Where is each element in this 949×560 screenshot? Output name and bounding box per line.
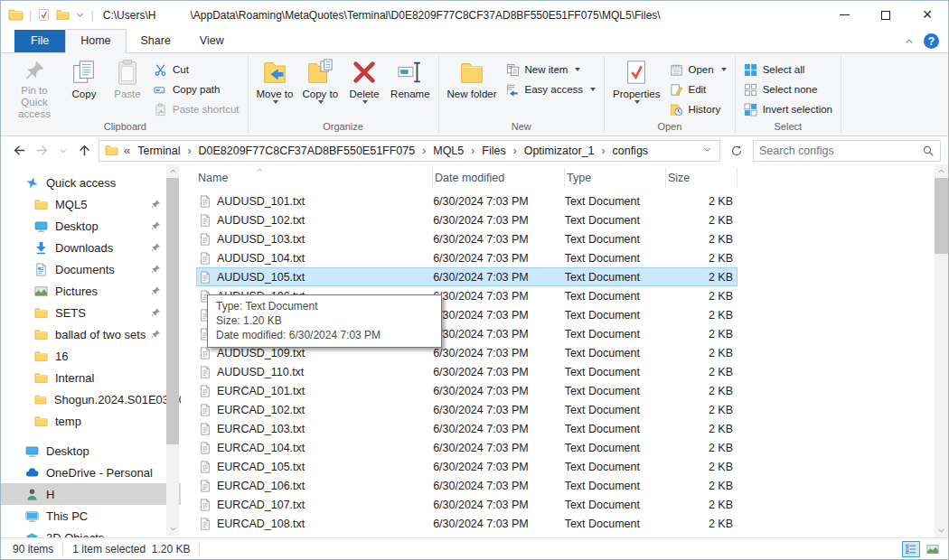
scroll-down-icon[interactable] — [935, 524, 947, 537]
breadcrumb-separator-icon[interactable]: › — [512, 145, 519, 157]
table-row[interactable]: EURCAD_104.txt 6/30/2024 7:03 PM Text Do… — [196, 438, 738, 457]
move-to-button[interactable]: Move to — [252, 55, 298, 104]
sidebar-item-downloads[interactable]: Downloads — [1, 237, 181, 258]
minimize-button[interactable] — [823, 1, 865, 29]
breadcrumb-separator-icon[interactable]: › — [420, 145, 428, 157]
explorer-app-icon[interactable] — [8, 7, 23, 23]
sidebar-item-16[interactable]: 16 — [1, 345, 181, 367]
table-row[interactable]: AUDUSD_104.txt 6/30/2024 7:03 PM Text Do… — [196, 248, 738, 267]
sidebar-item-mql5[interactable]: MQL5 — [1, 193, 181, 215]
cut-button[interactable]: Cut — [149, 60, 244, 79]
refresh-button[interactable] — [726, 140, 747, 162]
up-button[interactable] — [75, 141, 93, 161]
recent-locations-button[interactable] — [57, 141, 70, 161]
scroll-up-icon[interactable] — [935, 164, 947, 178]
breadcrumb-separator-icon[interactable]: › — [469, 145, 476, 157]
maximize-button[interactable] — [865, 1, 907, 29]
close-button[interactable]: × — [907, 1, 948, 29]
thumbnails-view-button[interactable] — [924, 541, 942, 557]
sidebar-item-documents[interactable]: Documents — [1, 258, 181, 280]
breadcrumb-segment[interactable]: MQL5 — [429, 143, 467, 159]
column-header-size[interactable]: Size — [666, 168, 738, 188]
tab-home[interactable]: Home — [65, 29, 126, 53]
sidebar-scroll-thumb[interactable] — [166, 178, 179, 444]
tab-file[interactable]: File — [14, 30, 65, 52]
sidebar-item-onedrive-personal[interactable]: OneDrive - Personal — [1, 462, 181, 483]
title-bar[interactable]: | | C:\Users\H\AppData\Roaming\MetaQuote… — [1, 1, 948, 29]
select-all-button[interactable]: Select all — [739, 60, 837, 79]
new-folder-button[interactable]: New folder — [443, 55, 502, 100]
breadcrumb-segment[interactable]: Files — [478, 143, 509, 159]
table-row[interactable]: AUDUSD_102.txt 6/30/2024 7:03 PM Text Do… — [196, 210, 738, 229]
table-row[interactable]: AUDUSD_105.txt 6/30/2024 7:03 PM Text Do… — [196, 267, 738, 286]
sidebar-item-quick-access[interactable]: Quick access — [1, 172, 181, 193]
table-row[interactable]: EURCAD_107.txt 6/30/2024 7:03 PM Text Do… — [196, 495, 738, 514]
copy-path-button[interactable]: Copy path — [149, 79, 244, 99]
help-button[interactable]: ? — [924, 33, 939, 49]
search-input[interactable] — [759, 145, 918, 157]
sidebar-item-pictures[interactable]: Pictures — [1, 280, 181, 302]
file-list-scrollbar[interactable] — [935, 164, 948, 537]
column-header-type[interactable]: Type — [565, 168, 666, 188]
sidebar-item-shogun-2024-s01e03-108[interactable]: Shogun.2024.S01E03.108 — [1, 388, 181, 410]
breadcrumb-segment[interactable]: Optimizator_1 — [521, 143, 598, 159]
back-button[interactable] — [10, 141, 28, 161]
copy-to-button[interactable]: Copy to — [297, 55, 343, 104]
delete-button[interactable]: Delete — [343, 55, 386, 104]
scroll-down-icon[interactable] — [166, 522, 179, 536]
file-scroll-thumb[interactable] — [935, 178, 948, 254]
invert-selection-button[interactable]: Invert selection — [739, 99, 837, 119]
breadcrumb-collapsed[interactable]: « — [122, 144, 132, 157]
breadcrumb-segment[interactable]: Terminal — [134, 143, 183, 159]
customize-qat-chevron-icon[interactable] — [75, 10, 85, 20]
table-row[interactable]: EURCAD_101.txt 6/30/2024 7:03 PM Text Do… — [196, 381, 738, 400]
sidebar-item-desktop[interactable]: Desktop — [1, 215, 181, 237]
sidebar-item-h[interactable]: H — [1, 483, 181, 505]
open-button[interactable]: Open — [665, 60, 731, 79]
breadcrumb-segment[interactable]: configs — [608, 143, 652, 159]
forward-button[interactable] — [33, 141, 52, 161]
properties-qat-icon[interactable] — [37, 8, 51, 22]
tab-view[interactable]: View — [185, 30, 239, 52]
column-header-date-modified[interactable]: Date modified — [433, 168, 565, 188]
details-view-button[interactable] — [902, 541, 920, 557]
sidebar-item-desktop[interactable]: Desktop — [1, 440, 181, 462]
sidebar-item-this-pc[interactable]: This PC — [1, 505, 181, 527]
tab-share[interactable]: Share — [127, 30, 185, 52]
history-button[interactable]: History — [665, 99, 731, 119]
table-row[interactable]: AUDUSD_101.txt 6/30/2024 7:03 PM Text Do… — [196, 191, 738, 210]
paste-button[interactable]: Paste — [106, 55, 149, 100]
address-dropdown-button[interactable] — [697, 145, 718, 157]
table-row[interactable]: EURCAD_108.txt 6/30/2024 7:03 PM Text Do… — [196, 514, 738, 533]
new-folder-qat-icon[interactable] — [56, 8, 70, 22]
sidebar-item-internal[interactable]: Internal — [1, 367, 181, 388]
sidebar-item-ballad-of-two-sets[interactable]: ballad of two sets — [1, 323, 181, 345]
new-item-button[interactable]: New item — [502, 60, 601, 79]
sidebar-item-sets[interactable]: SETS — [1, 302, 181, 323]
paste-shortcut-button[interactable]: Paste shortcut — [149, 99, 244, 119]
table-row[interactable]: EURCAD_106.txt 6/30/2024 7:03 PM Text Do… — [196, 476, 738, 495]
breadcrumb-segment[interactable]: D0E8209F77C8CF37AD8BF550E51FF075 — [194, 143, 418, 159]
sidebar-item-3d-objects[interactable]: 3D Objects — [1, 527, 181, 537]
edit-button[interactable]: Edit — [665, 79, 731, 99]
address-box[interactable]: « Terminal›D0E8209F77C8CF37AD8BF550E51FF… — [99, 140, 720, 162]
table-row[interactable]: AUDUSD_110.txt 6/30/2024 7:03 PM Text Do… — [196, 362, 738, 381]
rename-button[interactable]: Rename — [386, 55, 434, 100]
breadcrumb-separator-icon[interactable]: › — [599, 145, 606, 157]
collapse-ribbon-icon[interactable] — [904, 36, 915, 47]
scroll-up-icon[interactable] — [166, 164, 179, 178]
properties-button[interactable]: Properties — [608, 55, 664, 104]
column-header-name[interactable]: Name — [196, 168, 433, 188]
pin-to-quick-access-button[interactable]: Pin to Quick access — [6, 55, 62, 120]
table-row[interactable]: EURCAD_102.txt 6/30/2024 7:03 PM Text Do… — [196, 400, 738, 419]
table-row[interactable]: EURCAD_105.txt 6/30/2024 7:03 PM Text Do… — [196, 457, 738, 476]
select-none-button[interactable]: Select none — [739, 79, 837, 99]
table-row[interactable]: EURCAD_103.txt 6/30/2024 7:03 PM Text Do… — [196, 419, 738, 438]
breadcrumb-separator-icon[interactable]: › — [185, 145, 193, 157]
copy-button[interactable]: Copy — [62, 55, 106, 100]
sidebar-item-temp[interactable]: temp — [1, 410, 181, 432]
easy-access-button[interactable]: Easy access — [502, 79, 601, 99]
table-row[interactable]: AUDUSD_103.txt 6/30/2024 7:03 PM Text Do… — [196, 229, 738, 248]
sidebar-scrollbar[interactable] — [166, 164, 179, 536]
search-icon[interactable] — [922, 145, 935, 157]
